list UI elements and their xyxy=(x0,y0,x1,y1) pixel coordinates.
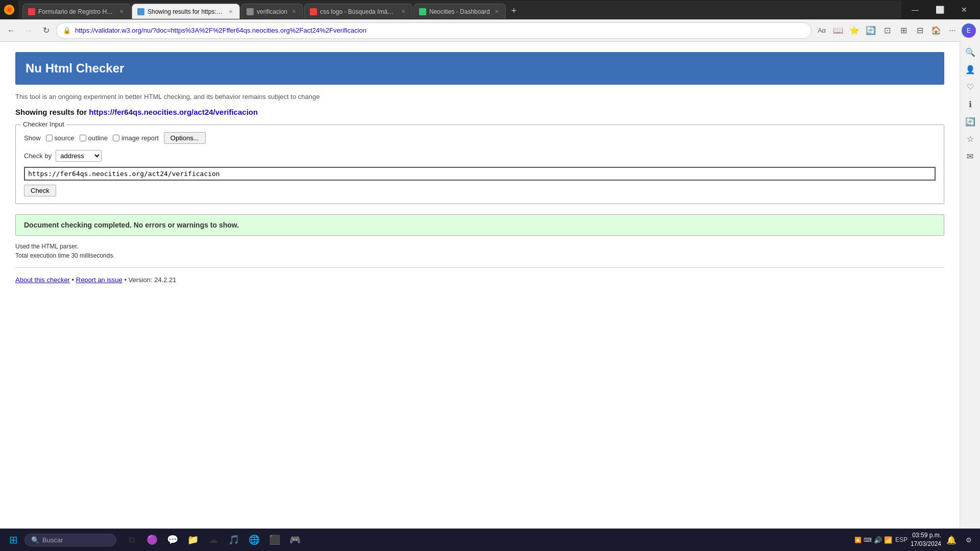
taskbar-app-steam[interactable]: 🎮 xyxy=(286,531,304,549)
source-label: source xyxy=(55,134,75,142)
start-button[interactable]: ⊞ xyxy=(4,531,22,549)
success-banner: Document checking completed. No errors o… xyxy=(15,214,944,236)
browser-window: Formulario de Registro HTML✕Showing resu… xyxy=(0,0,980,510)
title-bar: Formulario de Registro HTML✕Showing resu… xyxy=(0,0,980,19)
browser-tab-tab2[interactable]: Showing results for https://fer64...✕ xyxy=(132,4,240,19)
report-issue-link[interactable]: Report an issue xyxy=(76,276,122,284)
address-bar[interactable]: 🔒 https://validator.w3.org/nu/?doc=https… xyxy=(56,22,812,39)
taskbar-app-spotify[interactable]: 🎵 xyxy=(225,531,243,549)
image-report-checkbox[interactable] xyxy=(113,135,119,141)
outline-label: outline xyxy=(88,134,108,142)
search-icon: 🔍 xyxy=(31,536,39,544)
taskbar-right: 🔼 ⌨ 🔊 📶 ESP 03:59 p.m. 17/03/2024 🔔 ⚙ xyxy=(854,531,976,548)
date-display: 17/03/2024 xyxy=(911,540,941,548)
new-tab-button[interactable]: + xyxy=(507,4,521,18)
info-sidebar[interactable]: ℹ xyxy=(963,97,977,111)
tab-favicon-tab1 xyxy=(28,8,35,15)
taskbar: ⊞ 🔍 Buscar ⧉🟣💬📁☁🎵🌐⬛🎮 🔼 ⌨ 🔊 📶 ESP 03:59 p… xyxy=(0,529,980,551)
nav-actions: Aα 📖 ⭐ 🔄 ⊡ ⊞ ⊟ 🏠 ··· E xyxy=(815,23,976,38)
address-text[interactable]: https://validator.w3.org/nu/?doc=https%3… xyxy=(75,27,805,34)
search-sidebar[interactable]: 🔍 xyxy=(963,45,977,59)
tab-label-tab5: Neocities - Dashboard xyxy=(429,8,490,15)
url-input[interactable] xyxy=(24,167,936,181)
check-by-select[interactable]: address file upload text input xyxy=(56,150,102,162)
tab-close-tab4[interactable]: ✕ xyxy=(400,8,407,15)
result-url-line: Showing results for https://fer64qs.neoc… xyxy=(15,108,944,116)
taskbar-app-edge[interactable]: 🌐 xyxy=(245,531,263,549)
options-button[interactable]: Options... xyxy=(164,132,206,144)
browser-tab-tab3[interactable]: verificacion✕ xyxy=(241,4,303,19)
nav-bar: ← → ↻ 🔒 https://validator.w3.org/nu/?doc… xyxy=(0,19,980,42)
workspaces-button[interactable]: ⊞ xyxy=(896,23,911,38)
split-view-button[interactable]: ⊡ xyxy=(880,23,894,38)
show-row: Show source outline image report Options… xyxy=(24,132,936,144)
about-checker-link[interactable]: About this checker xyxy=(15,276,70,284)
translate-button[interactable]: Aα xyxy=(815,23,829,38)
refresh-button[interactable]: ↻ xyxy=(39,23,53,38)
tab-close-tab2[interactable]: ✕ xyxy=(227,8,234,15)
execution-time: Total execution time 30 milliseconds. xyxy=(15,252,944,259)
checker-input-box: Checker Input Show source outline image … xyxy=(15,124,944,204)
check-by-row: Check by address file upload text input xyxy=(24,150,936,162)
outline-checkbox-label[interactable]: outline xyxy=(80,134,108,142)
image-report-label: image report xyxy=(121,134,159,142)
user-sidebar[interactable]: 👤 xyxy=(963,62,977,77)
check-button[interactable]: Check xyxy=(24,185,56,196)
mail-sidebar[interactable]: ✉ xyxy=(963,149,977,163)
minimize-button[interactable]: — xyxy=(903,0,927,19)
image-report-checkbox-label[interactable]: image report xyxy=(113,134,159,142)
taskbar-app-taskmanager[interactable]: 🟣 xyxy=(143,531,161,549)
taskbar-app-vscode[interactable]: ⬛ xyxy=(265,531,284,549)
result-url-link[interactable]: https://fer64qs.neocities.org/act24/veri… xyxy=(89,108,258,116)
window-controls: — ⬜ ✕ xyxy=(903,0,976,19)
browser-tab-tab1[interactable]: Formulario de Registro HTML✕ xyxy=(22,4,131,19)
profile-button[interactable]: E xyxy=(962,23,976,38)
taskbar-app-whatsapp[interactable]: 💬 xyxy=(163,531,182,549)
source-checkbox[interactable] xyxy=(46,135,53,141)
browser-logo xyxy=(4,5,14,15)
checker-title: Nu Html Checker xyxy=(26,61,124,75)
collections-button[interactable]: 🔄 xyxy=(864,23,878,38)
check-by-label: Check by xyxy=(24,152,52,160)
success-message: Document checking completed. No errors o… xyxy=(24,221,239,229)
maximize-button[interactable]: ⬜ xyxy=(928,0,951,19)
tray-arrow[interactable]: 🔼 xyxy=(854,537,862,543)
footer-divider xyxy=(15,267,944,268)
forward-button[interactable]: → xyxy=(21,23,36,38)
more-button[interactable]: ··· xyxy=(945,23,960,38)
tab-close-tab5[interactable]: ✕ xyxy=(493,8,500,15)
taskbar-search[interactable]: 🔍 Buscar xyxy=(24,534,116,546)
show-label: Show xyxy=(24,134,41,142)
source-checkbox-label[interactable]: source xyxy=(46,134,75,142)
taskbar-app-explorer[interactable]: 📁 xyxy=(184,531,202,549)
sidebar-toggle-button[interactable]: ⊟ xyxy=(913,23,927,38)
notifications-button[interactable]: 🔔 xyxy=(944,533,959,547)
browser-tab-tab4[interactable]: css logo - Búsqueda Imágenes✕ xyxy=(304,4,412,19)
heart-sidebar[interactable]: ♡ xyxy=(963,80,977,94)
version-label: Version: 24.2.21 xyxy=(129,276,177,284)
star-sidebar[interactable]: ☆ xyxy=(963,132,977,146)
taskbar-app-onedrive[interactable]: ☁ xyxy=(204,531,223,549)
right-sidebar: 🔍👤♡ℹ🔄☆✉ xyxy=(960,41,980,529)
tab-close-tab1[interactable]: ✕ xyxy=(118,8,125,15)
tab-label-tab2: Showing results for https://fer64... xyxy=(148,8,224,15)
tab-label-tab3: verificacion xyxy=(257,8,287,15)
taskbar-time: 03:59 p.m. 17/03/2024 xyxy=(911,531,941,548)
browser-tab-tab5[interactable]: Neocities - Dashboard✕ xyxy=(413,4,506,19)
settings-button[interactable]: ⚙ xyxy=(962,533,976,547)
volume-icon[interactable]: 🔊 xyxy=(874,536,882,544)
reader-button[interactable]: 📖 xyxy=(831,23,845,38)
tab-label-tab1: Formulario de Registro HTML xyxy=(38,8,115,15)
favorites-button[interactable]: ⭐ xyxy=(847,23,862,38)
separator-1: • xyxy=(72,276,76,284)
close-button[interactable]: ✕ xyxy=(952,0,976,19)
system-tray: 🔼 ⌨ 🔊 📶 xyxy=(854,536,892,544)
sync-sidebar[interactable]: 🔄 xyxy=(963,114,977,129)
tab-close-tab3[interactable]: ✕ xyxy=(290,8,298,15)
favorites-sidebar-button[interactable]: 🏠 xyxy=(929,23,943,38)
back-button[interactable]: ← xyxy=(4,23,18,38)
time-display: 03:59 p.m. xyxy=(911,531,941,540)
outline-checkbox[interactable] xyxy=(80,135,86,141)
taskbar-app-task-view[interactable]: ⧉ xyxy=(122,531,141,549)
network-icon[interactable]: 📶 xyxy=(884,536,892,544)
